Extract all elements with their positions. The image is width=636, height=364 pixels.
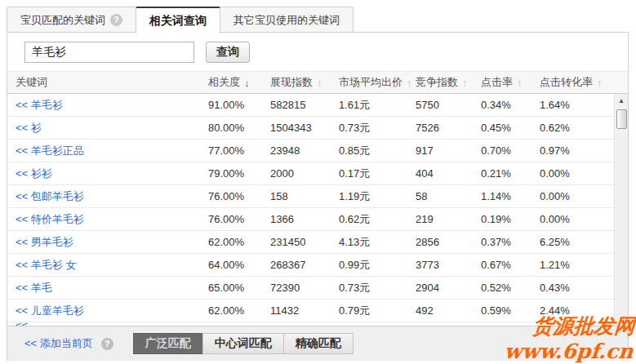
- avg-price-cell: 0.73元: [332, 121, 409, 135]
- tab[interactable]: 相关词查询: [136, 7, 220, 33]
- scrollbar-thumb[interactable]: [616, 109, 627, 129]
- ctr-cell: 0.70%: [474, 144, 533, 157]
- ctr-cell: 0.37%: [474, 236, 533, 248]
- keyword-cell: << 衫衫: [16, 166, 202, 181]
- sort-arrow-icon[interactable]: ↓: [244, 77, 250, 89]
- keyword-link[interactable]: << 羊毛衫正品: [16, 144, 84, 157]
- match-type-button[interactable]: 中心词匹配: [202, 333, 284, 354]
- competition-cell: 492: [409, 304, 474, 317]
- table-row: << 羊毛衫 女 64.00% 268367 0.99元 3773 0.67% …: [7, 254, 616, 277]
- keyword-link[interactable]: << 羊毛: [16, 282, 52, 294]
- impressions-cell: 2000: [264, 167, 332, 180]
- keyword-link[interactable]: << 包邮羊毛衫: [16, 190, 84, 202]
- competition-cell: 2856: [409, 236, 474, 248]
- vertical-scrollbar[interactable]: ▲: [614, 94, 628, 326]
- column-header-label: 相关度: [208, 75, 240, 90]
- avg-price-cell: 4.13元: [332, 235, 409, 250]
- keyword-cell: << 羊毛衫: [16, 98, 202, 113]
- keyword-link[interactable]: << 羊毛衫 女: [16, 259, 76, 271]
- column-header-label: 点击转化率: [540, 75, 593, 90]
- column-header[interactable]: 点击转化率 ↑: [533, 72, 611, 93]
- ctr-cell: 0.67%: [474, 259, 533, 271]
- impressions-cell: 582815: [264, 99, 332, 111]
- avg-price-cell: 0.62元: [332, 212, 409, 227]
- keyword-link[interactable]: << 男羊毛衫: [16, 236, 73, 248]
- cvr-cell: 1.64%: [533, 99, 611, 111]
- keyword-cell: << 包邮羊毛衫: [16, 189, 202, 204]
- impressions-cell: 1504343: [264, 122, 332, 134]
- impressions-cell: 268367: [264, 259, 332, 271]
- keyword-link[interactable]: << 衫: [16, 122, 42, 134]
- ctr-cell: 1.14%: [474, 190, 533, 202]
- avg-price-cell: 0.99元: [332, 258, 409, 273]
- table-row: << —: [7, 322, 616, 326]
- query-button[interactable]: 查询: [206, 42, 250, 63]
- keyword-cell: << 儿童羊毛衫: [16, 304, 202, 318]
- keyword-tool-widget: 宝贝匹配的关键词 ? 相关词查询 其它宝贝使用的关键词 查询 关键词: [7, 7, 629, 362]
- table-row: << 衫衫 79.00% 2000 0.17元 404 0.21% 0.00%: [7, 162, 616, 185]
- column-header[interactable]: 竞争指数 ↑: [409, 72, 474, 93]
- match-type-button[interactable]: 精确匹配: [283, 333, 354, 354]
- relevance-cell: 62.00%: [202, 236, 264, 248]
- competition-cell: 58: [409, 190, 474, 202]
- sort-arrow-icon[interactable]: ↑: [597, 77, 603, 89]
- keyword-link[interactable]: << 儿童羊毛衫: [16, 304, 84, 317]
- column-header[interactable]: 点击率 ↑: [474, 72, 533, 93]
- relevance-cell: 64.00%: [202, 259, 264, 271]
- competition-cell: 404: [409, 167, 474, 180]
- relevance-cell: 79.00%: [202, 167, 264, 180]
- ctr-cell: 0.34%: [474, 99, 533, 111]
- cvr-cell: 0.43%: [533, 282, 611, 294]
- ctr-cell: 0.21%: [474, 167, 533, 180]
- keyword-cell: << 衫: [16, 121, 202, 135]
- scroll-up-arrow-icon[interactable]: ▲: [615, 94, 628, 108]
- table-row: << 儿童羊毛衫 62.00% 11432 0.79元 492 0.59% 2.…: [7, 300, 616, 322]
- help-icon[interactable]: ?: [101, 338, 113, 350]
- relevance-cell: 80.00%: [202, 122, 264, 134]
- relevance-cell: 76.00%: [202, 190, 264, 202]
- impressions-cell: 23948: [264, 144, 332, 157]
- sort-arrow-icon[interactable]: ↑: [317, 77, 322, 89]
- keyword-cell: << 羊毛衫 女: [16, 258, 202, 273]
- column-header-label: 展现指数: [270, 75, 313, 90]
- column-header[interactable]: 市场平均出价 ↑: [332, 72, 409, 93]
- table-rows: << 羊毛衫 91.00% 582815 1.61元 5750 0.34% 1.…: [7, 94, 628, 326]
- cvr-cell: 0.00%: [533, 167, 611, 180]
- table-row: << 包邮羊毛衫 76.00% 158 1.19元 58 1.14% 0.00%: [7, 185, 616, 208]
- add-current-page-link[interactable]: << 添加当前页: [24, 336, 93, 351]
- column-header[interactable]: 展现指数 ↑: [264, 72, 332, 93]
- relevance-cell: 65.00%: [202, 282, 264, 294]
- keyword-search-input[interactable]: [24, 42, 194, 63]
- column-header[interactable]: 关键词: [16, 72, 202, 93]
- avg-price-cell: 0.73元: [332, 281, 409, 295]
- impressions-cell: 72390: [264, 282, 332, 294]
- match-type-button[interactable]: 广泛匹配: [133, 333, 203, 354]
- footer-bar: << 添加当前页 ? 广泛匹配中心词匹配精确匹配: [7, 326, 628, 361]
- cvr-cell: 6.25%: [533, 236, 611, 248]
- keyword-link[interactable]: << 衫衫: [16, 167, 52, 180]
- ctr-cell: 0.52%: [474, 282, 533, 294]
- table-row: << 羊毛 65.00% 72390 0.73元 2904 0.52% 0.43…: [7, 277, 616, 300]
- ctr-cell: 0.59%: [474, 304, 533, 317]
- column-header-label: 点击率: [481, 75, 513, 90]
- column-header[interactable]: 相关度 ↓: [202, 72, 264, 93]
- table-row: << 男羊毛衫 62.00% 231450 4.13元 2856 0.37% 6…: [7, 231, 616, 254]
- avg-price-cell: 0.85元: [332, 144, 409, 158]
- help-icon[interactable]: ?: [110, 14, 122, 26]
- tab-label: 其它宝贝使用的关键词: [233, 13, 340, 28]
- sort-arrow-icon[interactable]: ↑: [462, 77, 468, 89]
- keyword-cell: <<: [16, 322, 202, 326]
- tab[interactable]: 宝贝匹配的关键词 ?: [7, 7, 136, 33]
- tab[interactable]: 其它宝贝使用的关键词: [220, 7, 354, 33]
- keyword-link[interactable]: << 特价羊毛衫: [16, 213, 84, 225]
- avg-price-cell: 1.19元: [332, 189, 409, 204]
- cvr-cell: 0.00%: [533, 190, 611, 202]
- match-type-button-group: 广泛匹配中心词匹配精确匹配: [133, 333, 353, 354]
- cvr-cell: 0.97%: [533, 144, 611, 157]
- keyword-link[interactable]: << 羊毛衫: [16, 99, 63, 111]
- tab-label: 相关词查询: [149, 14, 207, 29]
- impressions-cell: 1366: [264, 213, 332, 225]
- competition-cell: 3773: [409, 259, 474, 271]
- sort-arrow-icon[interactable]: ↑: [517, 77, 523, 89]
- keyword-link[interactable]: <<: [16, 322, 28, 326]
